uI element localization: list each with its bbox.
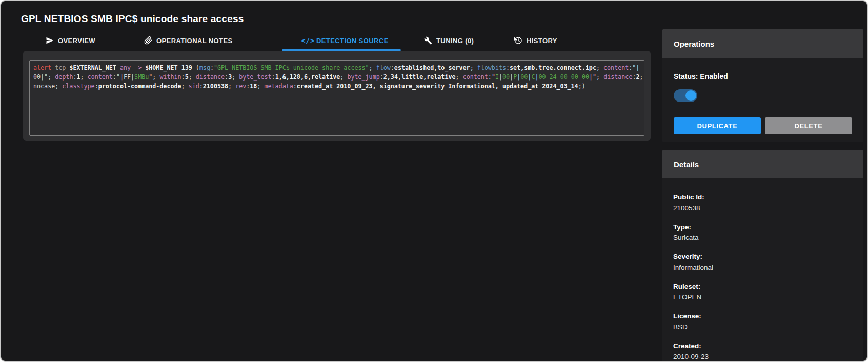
detail-label: Severity: (673, 251, 852, 262)
detail-label: Type: (673, 222, 852, 232)
detail-value: BSD (673, 321, 852, 332)
detail-ruleset: Ruleset: ETOPEN (673, 281, 852, 303)
send-icon (45, 36, 54, 45)
detail-value: ETOPEN (673, 292, 852, 303)
tab-detection-source[interactable]: </> DETECTION SOURCE (304, 33, 389, 48)
status-toggle-knob (685, 90, 696, 101)
app-window: GPL NETBIOS SMB IPC$ unicode share acces… (0, 0, 868, 362)
delete-button[interactable]: DELETE (765, 117, 852, 134)
rule-source-line: nocase; classtype:protocol-command-decod… (33, 82, 640, 91)
paperclip-icon (144, 36, 152, 45)
detail-label: Created: (673, 340, 852, 351)
detail-label: License: (673, 311, 852, 321)
tab-operational-notes-label: OPERATIONAL NOTES (156, 37, 233, 45)
tab-history-label: HISTORY (527, 37, 557, 45)
tab-history[interactable]: HISTORY (514, 33, 557, 48)
detail-license: License: BSD (673, 311, 852, 332)
detail-value: 2100538 (673, 203, 852, 213)
rule-source-line: 00|"; depth:1; content:"|FF|SMBu"; withi… (33, 72, 640, 82)
code-icon: </> (304, 36, 312, 45)
tab-bar: OVERVIEW OPERATIONAL NOTES </> DETECTION… (1, 31, 652, 52)
tab-tuning[interactable]: TUNING (0) (423, 33, 474, 48)
tab-detection-source-label: DETECTION SOURCE (316, 37, 389, 45)
status-label: Status: Enabled (674, 72, 852, 81)
detection-source-panel: alert tcp $EXTERNAL_NET any -> $HOME_NET… (23, 51, 651, 141)
detail-public-id: Public Id: 2100538 (673, 192, 852, 213)
operations-header: Operations (662, 29, 863, 58)
rule-source-line: alert tcp $EXTERNAL_NET any -> $HOME_NET… (33, 63, 640, 72)
tab-overview-label: OVERVIEW (58, 37, 95, 45)
rule-source-editor[interactable]: alert tcp $EXTERNAL_NET any -> $HOME_NET… (29, 60, 644, 136)
detail-severity: Severity: Informational (673, 251, 852, 273)
detail-value: 2010-09-23 (673, 351, 852, 362)
details-header: Details (662, 150, 863, 178)
operations-panel: Operations Status: Enabled DUPLICATE DEL… (662, 29, 863, 142)
page-title: GPL NETBIOS SMB IPC$ unicode share acces… (21, 13, 244, 25)
detail-label: Ruleset: (673, 281, 852, 292)
tab-tuning-label: TUNING (0) (436, 37, 474, 45)
history-icon (514, 36, 522, 45)
duplicate-button[interactable]: DUPLICATE (674, 117, 761, 134)
wrench-icon (423, 36, 432, 45)
detail-value: Informational (673, 262, 852, 273)
tab-overview[interactable]: OVERVIEW (45, 33, 95, 48)
detail-created: Created: 2010-09-23 (673, 340, 852, 362)
details-panel: Details Public Id: 2100538 Type: Suricat… (662, 150, 863, 362)
status-toggle[interactable] (674, 89, 697, 102)
detail-label: Public Id: (673, 192, 852, 203)
tab-operational-notes[interactable]: OPERATIONAL NOTES (144, 33, 233, 48)
detail-type: Type: Suricata (673, 222, 852, 243)
detail-value: Suricata (673, 232, 852, 243)
